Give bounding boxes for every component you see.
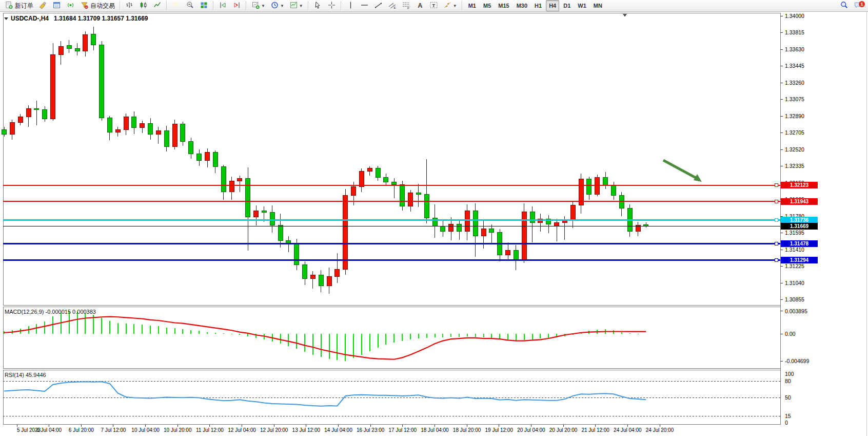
svg-text:1.32123: 1.32123 xyxy=(790,182,809,188)
tile-windows-button[interactable] xyxy=(198,0,210,11)
svg-text:1.33260: 1.33260 xyxy=(785,80,804,86)
svg-text:7 Jul 12:00: 7 Jul 12:00 xyxy=(101,427,126,433)
chart-window[interactable]: USDCAD-,H4 1.31684 1.31709 1.31657 1.316… xyxy=(0,12,868,436)
new-order-button[interactable]: 新订单 xyxy=(3,0,35,11)
zoom-in-button[interactable] xyxy=(170,0,183,11)
svg-text:1.32520: 1.32520 xyxy=(785,146,804,153)
search-icon xyxy=(840,1,849,11)
svg-text:1.33075: 1.33075 xyxy=(785,96,804,102)
bar-chart-button[interactable] xyxy=(123,0,136,11)
svg-text:-0.004699: -0.004699 xyxy=(785,358,809,364)
arrows-button[interactable]: ▼ xyxy=(441,0,459,11)
doc-plus-icon xyxy=(5,1,13,11)
cursor-icon xyxy=(313,1,322,11)
auto-trading-label: 自动交易 xyxy=(90,2,115,10)
timeframe-h4-button[interactable]: H4 xyxy=(546,0,559,11)
cursor-button[interactable] xyxy=(311,0,324,11)
search-button[interactable] xyxy=(838,1,851,12)
svg-text:1.34000: 1.34000 xyxy=(785,13,804,19)
symbol-period-label: USDCAD-,H4 xyxy=(11,15,49,22)
equidistant-channel-button[interactable]: E xyxy=(386,0,399,11)
svg-text:1.31225: 1.31225 xyxy=(785,263,804,269)
zoom-out-button[interactable] xyxy=(184,0,196,11)
svg-text:0: 0 xyxy=(785,420,788,426)
svg-text:17 Jul 12:00: 17 Jul 12:00 xyxy=(389,427,417,433)
timeframe-m30-button[interactable]: M30 xyxy=(514,0,530,11)
new-chart-button[interactable]: ▼ xyxy=(249,0,267,11)
labelT-icon: T xyxy=(429,1,438,11)
periods-button[interactable]: ▼ xyxy=(268,0,286,11)
line-icon xyxy=(153,1,162,11)
svg-text:80: 80 xyxy=(785,378,791,384)
svg-text:1.32335: 1.32335 xyxy=(785,163,804,169)
hline-icon xyxy=(360,1,369,11)
line-chart-button[interactable] xyxy=(151,0,164,11)
auto-trading-button[interactable]: 自动交易 xyxy=(78,0,117,11)
chart-shift-button[interactable] xyxy=(230,0,243,11)
chart-title[interactable]: USDCAD-,H4 1.31684 1.31709 1.31657 1.316… xyxy=(4,15,148,22)
tiles-icon xyxy=(200,1,208,11)
svg-text:1.32890: 1.32890 xyxy=(785,113,804,119)
svg-text:20 Jul 04:00: 20 Jul 04:00 xyxy=(517,427,545,433)
timeframe-m15-button[interactable]: M15 xyxy=(495,0,512,11)
svg-text:12 Jul 04:00: 12 Jul 04:00 xyxy=(228,427,256,433)
brush-icon xyxy=(38,1,47,11)
auto-scroll-button[interactable] xyxy=(216,0,229,11)
macd-values: -0.000015 0.000383 xyxy=(45,309,95,315)
timeframe-m5-button[interactable]: M5 xyxy=(480,0,494,11)
text-label-button[interactable]: T xyxy=(427,0,440,11)
dropdown-caret-icon: ▼ xyxy=(453,4,457,8)
ohlc-values: 1.31684 1.31709 1.31657 1.31669 xyxy=(54,15,148,22)
svg-text:19 Jul 12:00: 19 Jul 12:00 xyxy=(485,427,514,433)
time-axis[interactable]: 5 Jul 20236 Jul 04:006 Jul 20:007 Jul 12… xyxy=(17,425,674,433)
svg-text:24 Jul 20:00: 24 Jul 20:00 xyxy=(646,427,674,433)
crosshair-button[interactable] xyxy=(325,0,338,11)
templates-button[interactable]: ▼ xyxy=(287,0,305,11)
timeframe-mn-button[interactable]: MN xyxy=(590,0,605,11)
zoom-out-icon xyxy=(186,1,194,11)
svg-text:1.31410: 1.31410 xyxy=(785,247,804,253)
symbol-dropdown-icon[interactable] xyxy=(4,17,8,20)
svg-text:24 Jul 04:00: 24 Jul 04:00 xyxy=(614,427,642,433)
signals-button[interactable] xyxy=(64,0,77,11)
svg-text:100: 100 xyxy=(785,371,794,377)
toolbar: 新订单自动交易▼▼▼EFAT▼M1M5M15M30H1H4D1W1MN xyxy=(0,0,868,12)
toolbar-separator xyxy=(462,1,463,10)
notifications-button[interactable]: 1 xyxy=(852,1,864,12)
svg-text:11 Jul 12:00: 11 Jul 12:00 xyxy=(196,427,224,433)
rsi-indicator-label: RSI(14) 45.9446 xyxy=(5,372,46,378)
timeframe-w1-button[interactable]: W1 xyxy=(575,0,589,11)
bars-icon xyxy=(125,1,134,11)
toolbar-separator xyxy=(246,1,247,10)
template-icon xyxy=(289,1,298,11)
textA-icon: A xyxy=(416,1,424,11)
svg-text:13 Jul 12:00: 13 Jul 12:00 xyxy=(292,427,321,433)
market-watch-button[interactable] xyxy=(50,0,63,11)
svg-text:1.30855: 1.30855 xyxy=(785,296,804,302)
horizontal-line-button[interactable] xyxy=(358,0,371,11)
styler-button[interactable] xyxy=(36,0,49,11)
candle-chart-button[interactable] xyxy=(137,0,150,11)
chart-plus-icon xyxy=(251,1,260,11)
new-order-label: 新订单 xyxy=(15,2,33,10)
autoscroll-icon xyxy=(219,1,227,11)
channel-icon: E xyxy=(388,1,397,11)
window-blue-icon xyxy=(52,1,61,11)
text-button[interactable]: A xyxy=(413,0,426,11)
svg-text:10 Jul 20:00: 10 Jul 20:00 xyxy=(164,427,192,433)
svg-text:21 Jul 12:00: 21 Jul 12:00 xyxy=(581,427,609,433)
vline-icon xyxy=(346,1,355,11)
crosshair-icon xyxy=(327,1,336,11)
svg-text:0.00: 0.00 xyxy=(785,331,796,337)
svg-text:1.33815: 1.33815 xyxy=(785,29,804,35)
trendline-button[interactable] xyxy=(372,0,385,11)
vertical-line-button[interactable] xyxy=(344,0,357,11)
timeframe-m1-button[interactable]: M1 xyxy=(465,0,479,11)
timeframe-d1-button[interactable]: D1 xyxy=(560,0,574,11)
trend-icon xyxy=(374,1,383,11)
svg-text:1.32705: 1.32705 xyxy=(785,129,804,136)
dropdown-caret-icon: ▼ xyxy=(299,4,303,8)
svg-text:1.31294: 1.31294 xyxy=(790,257,809,263)
fibonacci-button[interactable]: F xyxy=(400,0,412,11)
timeframe-h1-button[interactable]: H1 xyxy=(531,0,545,11)
